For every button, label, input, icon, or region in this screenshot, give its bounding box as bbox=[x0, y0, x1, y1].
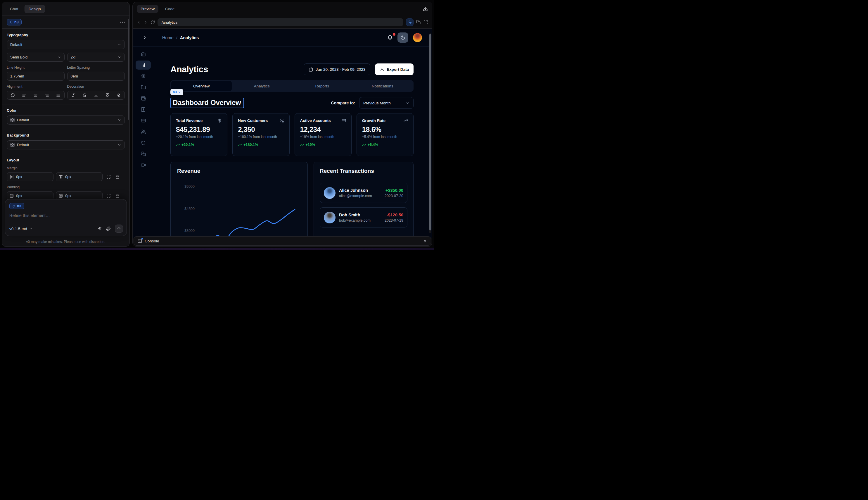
chevron-left-icon bbox=[137, 20, 141, 25]
maximize-icon bbox=[106, 174, 111, 179]
copy-icon bbox=[416, 20, 421, 25]
selection-outline: Dashboard Overview bbox=[170, 98, 244, 108]
sidebar-toggle-button[interactable] bbox=[143, 35, 147, 40]
sidebar-item-cards[interactable] bbox=[136, 116, 151, 125]
padding-lock-button[interactable] bbox=[114, 194, 121, 198]
sidebar-item-security[interactable] bbox=[136, 138, 151, 147]
console-bar[interactable]: Console bbox=[134, 236, 431, 246]
dashboard-topbar: Home / Analytics bbox=[133, 29, 429, 47]
tab-chat[interactable]: Chat bbox=[6, 5, 22, 13]
sidebar-item-customers[interactable] bbox=[136, 127, 151, 136]
video-icon bbox=[141, 162, 146, 168]
margin-vertical-icon bbox=[59, 175, 63, 179]
composer-input[interactable]: Refine this element… bbox=[9, 213, 123, 218]
wallet-icon bbox=[141, 96, 146, 101]
chevron-down-icon bbox=[117, 43, 121, 46]
sidebar-item-home[interactable] bbox=[136, 49, 151, 58]
paperclip-icon[interactable] bbox=[106, 226, 111, 231]
transaction-row[interactable]: Alice Johnson alice@example.com +$350.00… bbox=[320, 183, 407, 203]
align-center-icon[interactable] bbox=[33, 93, 38, 98]
chevron-down-icon bbox=[117, 118, 121, 122]
chevron-down-icon bbox=[406, 101, 409, 105]
date-range-picker[interactable]: Jan 20, 2023 - Feb 09, 2023 bbox=[304, 64, 371, 75]
transaction-row[interactable]: Bob Smith bob@example.com -$120.50 2023-… bbox=[320, 207, 407, 227]
selected-element-tag-pill[interactable]: h3 bbox=[170, 89, 183, 95]
breadcrumb-home[interactable]: Home bbox=[162, 35, 174, 40]
margin-x-input[interactable]: 0px bbox=[7, 172, 54, 181]
sidebar-item-messages[interactable] bbox=[136, 149, 151, 158]
margin-horizontal-icon bbox=[10, 175, 14, 179]
stat-card-new-customers: New Customers 2,350 +180.1% from last mo… bbox=[232, 113, 289, 156]
background-select[interactable]: Default bbox=[7, 140, 125, 149]
tab-code[interactable]: Code bbox=[161, 5, 178, 13]
margin-lock-button[interactable] bbox=[114, 175, 121, 179]
line-height-label: Line Height bbox=[7, 66, 65, 70]
model-select[interactable]: v0-1.5-md bbox=[9, 227, 33, 231]
trending-up-icon bbox=[176, 143, 180, 147]
refresh-button[interactable] bbox=[151, 20, 155, 25]
back-button[interactable] bbox=[137, 20, 141, 25]
notifications-button[interactable] bbox=[387, 35, 393, 41]
strikethrough-icon[interactable] bbox=[82, 93, 87, 98]
element-chip[interactable]: h3 bbox=[7, 19, 22, 25]
underline-icon[interactable] bbox=[94, 93, 98, 98]
design-panel: Chat Design h3 Typography Default Semi B… bbox=[2, 2, 130, 247]
font-weight-select[interactable]: Semi Bold bbox=[7, 53, 65, 62]
composer-element-chip[interactable]: h3 bbox=[9, 203, 24, 209]
sidebar-item-files[interactable] bbox=[136, 83, 151, 92]
theme-toggle-button[interactable] bbox=[397, 33, 408, 43]
forward-button[interactable] bbox=[143, 20, 148, 25]
sidebar-item-wallet[interactable] bbox=[136, 94, 151, 103]
line-height-input[interactable]: 1.75rem bbox=[7, 72, 65, 81]
margin-expand-button[interactable] bbox=[105, 174, 112, 179]
tab-analytics[interactable]: Analytics bbox=[232, 81, 292, 91]
padding-expand-button[interactable] bbox=[105, 194, 112, 198]
copy-button[interactable] bbox=[416, 20, 421, 25]
letter-spacing-input[interactable]: 0em bbox=[67, 72, 125, 81]
tab-design[interactable]: Design bbox=[25, 5, 45, 13]
sidebar-item-analytics[interactable] bbox=[136, 60, 151, 70]
typography-label: Typography bbox=[7, 33, 125, 37]
undo-icon[interactable] bbox=[11, 93, 15, 98]
italic-icon[interactable] bbox=[71, 93, 76, 98]
tab-notifications[interactable]: Notifications bbox=[352, 81, 413, 91]
revenue-line bbox=[211, 209, 295, 238]
align-right-icon[interactable] bbox=[45, 93, 49, 98]
align-justify-icon[interactable] bbox=[56, 93, 60, 98]
sidebar-item-video[interactable] bbox=[136, 160, 151, 170]
preview-scrollbar[interactable] bbox=[429, 33, 431, 233]
font-family-select[interactable]: Default bbox=[7, 40, 125, 49]
export-data-button[interactable]: Export Data bbox=[375, 64, 414, 75]
panel-scrollbar[interactable] bbox=[128, 19, 129, 120]
download-icon bbox=[423, 7, 428, 11]
sidebar-item-invoices[interactable] bbox=[136, 72, 151, 81]
slashed-zero-icon[interactable] bbox=[117, 93, 121, 98]
sparkles-icon[interactable] bbox=[97, 226, 102, 231]
avatar bbox=[324, 187, 336, 199]
sidebar-item-billing[interactable] bbox=[136, 105, 151, 114]
tab-preview[interactable]: Preview bbox=[137, 5, 159, 13]
home-icon bbox=[141, 52, 146, 56]
pointer-click-icon bbox=[408, 20, 412, 25]
compare-select[interactable]: Previous Month bbox=[359, 97, 414, 109]
overline-icon[interactable] bbox=[105, 93, 109, 98]
font-size-select[interactable]: 2xl bbox=[67, 53, 125, 62]
padding-label: Padding bbox=[7, 185, 125, 189]
align-left-icon[interactable] bbox=[22, 93, 26, 98]
download-button[interactable] bbox=[423, 7, 428, 11]
select-element-button[interactable] bbox=[406, 19, 414, 26]
submit-button[interactable] bbox=[115, 225, 123, 233]
console-expand-button[interactable] bbox=[423, 239, 427, 243]
user-avatar[interactable] bbox=[413, 33, 422, 42]
url-input[interactable]: /analytics bbox=[158, 18, 403, 26]
calendar-icon bbox=[309, 67, 313, 72]
lock-icon bbox=[115, 194, 119, 198]
diamond-icon bbox=[12, 205, 15, 208]
fullscreen-button[interactable] bbox=[424, 20, 428, 25]
margin-y-input[interactable]: 0px bbox=[56, 172, 103, 181]
color-select[interactable]: Default bbox=[7, 115, 125, 125]
section-title[interactable]: Dashboard Overview bbox=[173, 99, 241, 106]
dashboard-content: Analytics Jan 20, 2023 - Feb 09, 2023 Ex… bbox=[170, 47, 414, 238]
more-menu-button[interactable] bbox=[120, 22, 125, 23]
tab-reports[interactable]: Reports bbox=[292, 81, 352, 91]
